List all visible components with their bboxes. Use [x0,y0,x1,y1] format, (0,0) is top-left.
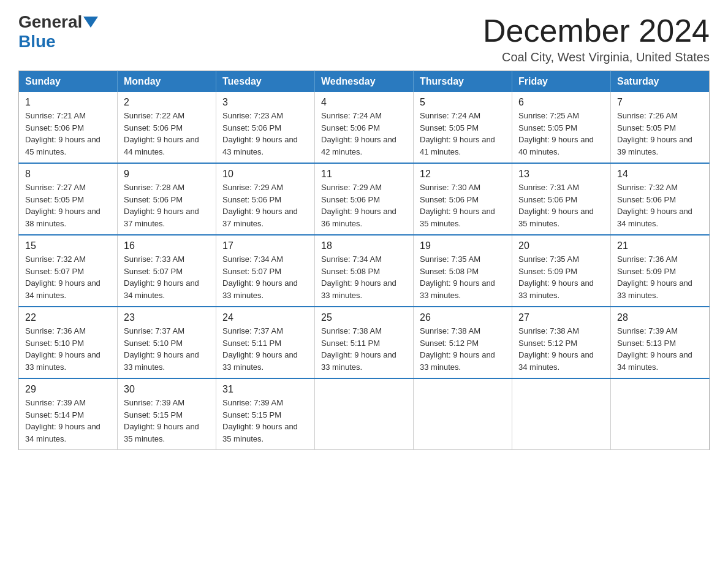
logo-arrow-icon [83,17,98,28]
day-info: Sunrise: 7:36 AM Sunset: 5:09 PM Dayligh… [617,253,703,301]
calendar-cell: 31 Sunrise: 7:39 AM Sunset: 5:15 PM Dayl… [216,378,315,450]
calendar-cell: 19 Sunrise: 7:35 AM Sunset: 5:08 PM Dayl… [414,235,512,307]
calendar-cell: 6 Sunrise: 7:25 AM Sunset: 5:05 PM Dayli… [512,92,611,163]
col-header-monday: Monday [118,71,216,93]
day-info: Sunrise: 7:38 AM Sunset: 5:12 PM Dayligh… [420,325,506,373]
calendar-cell [414,378,512,450]
day-number: 12 [420,169,506,180]
day-info: Sunrise: 7:24 AM Sunset: 5:06 PM Dayligh… [321,110,407,158]
day-info: Sunrise: 7:35 AM Sunset: 5:08 PM Dayligh… [420,253,506,301]
day-info: Sunrise: 7:30 AM Sunset: 5:06 PM Dayligh… [420,182,506,229]
calendar-cell: 22 Sunrise: 7:36 AM Sunset: 5:10 PM Dayl… [19,307,118,378]
col-header-friday: Friday [512,71,611,93]
day-number: 27 [518,312,604,323]
calendar-cell: 2 Sunrise: 7:22 AM Sunset: 5:06 PM Dayli… [118,92,216,163]
day-number: 11 [321,169,407,180]
calendar-cell: 5 Sunrise: 7:24 AM Sunset: 5:05 PM Dayli… [414,92,512,163]
day-number: 3 [222,97,308,108]
calendar-week-row: 29 Sunrise: 7:39 AM Sunset: 5:14 PM Dayl… [19,378,710,450]
day-info: Sunrise: 7:33 AM Sunset: 5:07 PM Dayligh… [124,253,210,301]
calendar-cell: 29 Sunrise: 7:39 AM Sunset: 5:14 PM Dayl… [19,378,118,450]
calendar-cell: 7 Sunrise: 7:26 AM Sunset: 5:05 PM Dayli… [611,92,710,163]
calendar-cell: 25 Sunrise: 7:38 AM Sunset: 5:11 PM Dayl… [315,307,414,378]
calendar-cell: 10 Sunrise: 7:29 AM Sunset: 5:06 PM Dayl… [216,163,315,235]
day-number: 10 [222,169,308,180]
day-number: 15 [25,240,111,251]
calendar-cell: 23 Sunrise: 7:37 AM Sunset: 5:10 PM Dayl… [118,307,216,378]
day-info: Sunrise: 7:28 AM Sunset: 5:06 PM Dayligh… [124,182,210,229]
day-number: 16 [124,240,210,251]
calendar-cell: 8 Sunrise: 7:27 AM Sunset: 5:05 PM Dayli… [19,163,118,235]
day-info: Sunrise: 7:32 AM Sunset: 5:07 PM Dayligh… [25,253,111,301]
col-header-thursday: Thursday [414,71,512,93]
day-number: 5 [420,97,506,108]
day-number: 24 [222,312,308,323]
calendar-table: SundayMondayTuesdayWednesdayThursdayFrid… [18,71,710,450]
calendar-cell: 15 Sunrise: 7:32 AM Sunset: 5:07 PM Dayl… [19,235,118,307]
calendar-week-row: 1 Sunrise: 7:21 AM Sunset: 5:06 PM Dayli… [19,92,710,163]
calendar-cell: 20 Sunrise: 7:35 AM Sunset: 5:09 PM Dayl… [512,235,611,307]
day-info: Sunrise: 7:34 AM Sunset: 5:07 PM Dayligh… [222,253,308,301]
day-info: Sunrise: 7:29 AM Sunset: 5:06 PM Dayligh… [222,182,308,229]
day-info: Sunrise: 7:39 AM Sunset: 5:14 PM Dayligh… [25,397,111,445]
day-number: 20 [518,240,604,251]
day-info: Sunrise: 7:22 AM Sunset: 5:06 PM Dayligh… [124,110,210,158]
day-info: Sunrise: 7:39 AM Sunset: 5:15 PM Dayligh… [222,397,308,445]
col-header-sunday: Sunday [19,71,118,93]
day-number: 6 [518,97,604,108]
calendar-cell: 9 Sunrise: 7:28 AM Sunset: 5:06 PM Dayli… [118,163,216,235]
day-info: Sunrise: 7:38 AM Sunset: 5:11 PM Dayligh… [321,325,407,373]
day-number: 26 [420,312,506,323]
day-info: Sunrise: 7:21 AM Sunset: 5:06 PM Dayligh… [25,110,111,158]
calendar-cell: 1 Sunrise: 7:21 AM Sunset: 5:06 PM Dayli… [19,92,118,163]
day-number: 18 [321,240,407,251]
calendar-cell: 27 Sunrise: 7:38 AM Sunset: 5:12 PM Dayl… [512,307,611,378]
day-info: Sunrise: 7:27 AM Sunset: 5:05 PM Dayligh… [25,182,111,229]
calendar-cell: 16 Sunrise: 7:33 AM Sunset: 5:07 PM Dayl… [118,235,216,307]
day-number: 21 [617,240,703,251]
day-number: 9 [124,169,210,180]
day-info: Sunrise: 7:26 AM Sunset: 5:05 PM Dayligh… [617,110,703,158]
day-number: 29 [25,384,111,395]
day-info: Sunrise: 7:34 AM Sunset: 5:08 PM Dayligh… [321,253,407,301]
calendar-cell: 4 Sunrise: 7:24 AM Sunset: 5:06 PM Dayli… [315,92,414,163]
day-number: 4 [321,97,407,108]
page-header: General Blue December 2024 Coal City, We… [18,12,710,64]
day-number: 13 [518,169,604,180]
day-info: Sunrise: 7:38 AM Sunset: 5:12 PM Dayligh… [518,325,604,373]
day-info: Sunrise: 7:35 AM Sunset: 5:09 PM Dayligh… [518,253,604,301]
day-info: Sunrise: 7:39 AM Sunset: 5:15 PM Dayligh… [124,397,210,445]
calendar-cell: 26 Sunrise: 7:38 AM Sunset: 5:12 PM Dayl… [414,307,512,378]
day-info: Sunrise: 7:37 AM Sunset: 5:11 PM Dayligh… [222,325,308,373]
day-number: 28 [617,312,703,323]
calendar-cell: 28 Sunrise: 7:39 AM Sunset: 5:13 PM Dayl… [611,307,710,378]
day-info: Sunrise: 7:24 AM Sunset: 5:05 PM Dayligh… [420,110,506,158]
logo-general-text: General [18,12,82,32]
day-number: 8 [25,169,111,180]
calendar-cell: 17 Sunrise: 7:34 AM Sunset: 5:07 PM Dayl… [216,235,315,307]
day-number: 17 [222,240,308,251]
day-number: 2 [124,97,210,108]
day-number: 7 [617,97,703,108]
col-header-tuesday: Tuesday [216,71,315,93]
day-number: 25 [321,312,407,323]
day-number: 23 [124,312,210,323]
calendar-cell [611,378,710,450]
title-area: December 2024 Coal City, West Virginia, … [483,12,710,64]
calendar-cell: 21 Sunrise: 7:36 AM Sunset: 5:09 PM Dayl… [611,235,710,307]
month-year-title: December 2024 [483,12,710,49]
calendar-header-row: SundayMondayTuesdayWednesdayThursdayFrid… [19,71,710,93]
day-number: 14 [617,169,703,180]
col-header-wednesday: Wednesday [315,71,414,93]
location-subtitle: Coal City, West Virginia, United States [483,50,710,64]
day-number: 19 [420,240,506,251]
calendar-cell: 3 Sunrise: 7:23 AM Sunset: 5:06 PM Dayli… [216,92,315,163]
day-info: Sunrise: 7:23 AM Sunset: 5:06 PM Dayligh… [222,110,308,158]
calendar-cell [315,378,414,450]
calendar-cell: 30 Sunrise: 7:39 AM Sunset: 5:15 PM Dayl… [118,378,216,450]
day-number: 1 [25,97,111,108]
day-info: Sunrise: 7:31 AM Sunset: 5:06 PM Dayligh… [518,182,604,229]
day-info: Sunrise: 7:32 AM Sunset: 5:06 PM Dayligh… [617,182,703,229]
calendar-cell: 12 Sunrise: 7:30 AM Sunset: 5:06 PM Dayl… [414,163,512,235]
calendar-week-row: 22 Sunrise: 7:36 AM Sunset: 5:10 PM Dayl… [19,307,710,378]
